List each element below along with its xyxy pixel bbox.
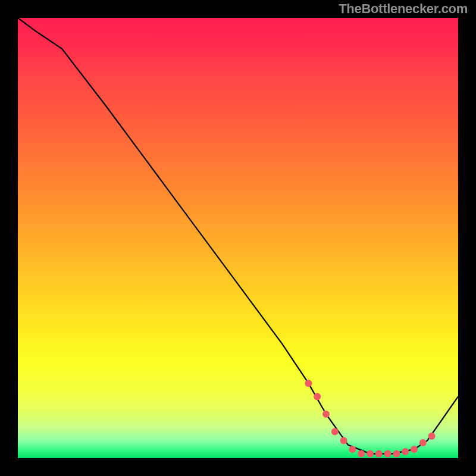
marker-dot [358, 450, 365, 458]
marker-dot [419, 439, 427, 446]
marker-dot [340, 437, 347, 444]
marker-dot [402, 448, 409, 455]
marker-dot [367, 450, 374, 458]
marker-dot [411, 446, 418, 453]
marker-dot [428, 433, 436, 440]
marker-dot [384, 450, 392, 458]
marker-dot [305, 380, 312, 387]
marker-dot [393, 450, 400, 458]
highlight-markers [305, 380, 435, 457]
plot-area [18, 18, 458, 458]
marker-dot [331, 428, 339, 436]
marker-dot [349, 446, 356, 453]
marker-dot [314, 393, 321, 400]
bottleneck-curve [18, 18, 458, 454]
marker-dot [375, 450, 383, 458]
attribution-label: TheBottlenecker.com [339, 1, 468, 17]
marker-dot [322, 411, 330, 418]
chart-frame: TheBottlenecker.com [0, 0, 476, 476]
bottleneck-curve-svg [18, 18, 458, 458]
